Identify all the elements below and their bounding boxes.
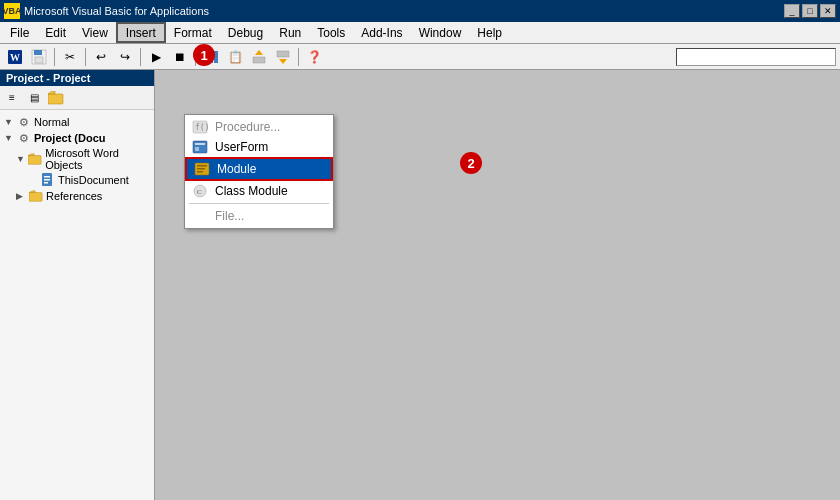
svg-marker-11 <box>279 59 287 64</box>
expand-thisdocument <box>28 175 38 185</box>
svg-rect-19 <box>44 182 48 184</box>
svg-rect-29 <box>197 168 205 170</box>
svg-rect-30 <box>197 171 203 173</box>
toolbar-search-input[interactable] <box>676 48 836 66</box>
svg-rect-7 <box>214 51 218 63</box>
svg-marker-9 <box>255 50 263 55</box>
gear-icon-project: ⚙ <box>17 131 31 145</box>
toolbar-chart-button[interactable] <box>200 47 222 67</box>
module-label: Module <box>217 162 256 176</box>
toolbar-save-button[interactable] <box>28 47 50 67</box>
tree-label-thisdocument: ThisDocument <box>58 174 129 186</box>
step-2-label: 2 <box>460 152 482 174</box>
file-label: File... <box>215 209 244 223</box>
menu-insert[interactable]: Insert <box>116 22 166 43</box>
svg-rect-14 <box>28 155 41 164</box>
tree-label-references: References <box>46 190 102 202</box>
sidebar-toolbar: ≡ ▤ <box>0 86 154 110</box>
maximize-button[interactable]: □ <box>802 4 818 18</box>
menu-addins[interactable]: Add-Ins <box>353 22 410 43</box>
svg-text:f(): f() <box>195 123 208 132</box>
tree-label-word-objects: Microsoft Word Objects <box>45 147 150 171</box>
userform-icon <box>191 139 209 155</box>
svg-rect-4 <box>35 57 43 63</box>
svg-rect-12 <box>48 94 63 104</box>
toolbar-word-icon[interactable]: W <box>4 47 26 67</box>
svg-rect-20 <box>29 192 42 201</box>
menu-debug[interactable]: Debug <box>220 22 271 43</box>
svg-rect-8 <box>253 57 265 63</box>
expand-word-objects[interactable]: ▼ <box>16 154 25 164</box>
menu-item-classmodule[interactable]: C Class Module <box>185 181 333 201</box>
app-icon: VBA <box>4 3 20 19</box>
sidebar-list-btn[interactable]: ▤ <box>24 89 44 107</box>
window-title: Microsoft Visual Basic for Applications <box>24 5 209 17</box>
menu-bar: File Edit View Insert Format Debug Run T… <box>0 22 840 44</box>
project-tree: ▼ ⚙ Normal ▼ ⚙ Project (Docu ▼ Microsoft… <box>0 110 154 500</box>
menu-run[interactable]: Run <box>271 22 309 43</box>
menu-view[interactable]: View <box>74 22 116 43</box>
svg-text:W: W <box>10 52 20 63</box>
gear-icon-normal: ⚙ <box>17 115 31 129</box>
procedure-icon: f() <box>191 119 209 135</box>
tree-label-project: Project (Docu <box>34 132 106 144</box>
menu-item-userform[interactable]: UserForm <box>185 137 333 157</box>
project-panel: Project - Project ≡ ▤ ▼ ⚙ Normal ▼ ⚙ Pro… <box>0 70 155 500</box>
menu-window[interactable]: Window <box>411 22 470 43</box>
module-icon <box>193 161 211 177</box>
main-area: Project - Project ≡ ▤ ▼ ⚙ Normal ▼ ⚙ Pro… <box>0 70 840 500</box>
toolbar-sep-5 <box>298 48 299 66</box>
project-panel-title: Project - Project <box>0 70 154 86</box>
menu-item-module[interactable]: Module <box>185 157 333 181</box>
svg-rect-10 <box>277 51 289 57</box>
title-bar: VBA Microsoft Visual Basic for Applicati… <box>0 0 840 22</box>
menu-help[interactable]: Help <box>469 22 510 43</box>
insert-dropdown-menu[interactable]: f() Procedure... UserForm Module <box>184 114 334 229</box>
toolbar-cut-button[interactable]: ✂ <box>59 47 81 67</box>
toolbar-export-button[interactable] <box>248 47 270 67</box>
toolbar-clipboard-button[interactable]: 📋 <box>224 47 246 67</box>
menu-item-file[interactable]: File... <box>185 206 333 226</box>
tree-item-thisdocument[interactable]: ThisDocument <box>0 172 154 188</box>
file-icon <box>191 208 209 224</box>
toolbar-undo-button[interactable]: ↩ <box>90 47 112 67</box>
svg-marker-15 <box>28 153 34 155</box>
expand-project[interactable]: ▼ <box>4 133 14 143</box>
classmodule-label: Class Module <box>215 184 288 198</box>
classmodule-icon: C <box>191 183 209 199</box>
toolbar-import-button[interactable] <box>272 47 294 67</box>
toolbar: W ✂ ↩ ↪ ▶ ⏹ 📋 ❓ <box>0 44 840 70</box>
expand-normal[interactable]: ▼ <box>4 117 14 127</box>
content-area: 1 f() Procedure... UserForm <box>155 70 840 500</box>
menu-item-procedure[interactable]: f() Procedure... <box>185 117 333 137</box>
tree-item-references[interactable]: ▶ References <box>0 188 154 204</box>
procedure-label: Procedure... <box>215 120 280 134</box>
expand-references[interactable]: ▶ <box>16 191 26 201</box>
minimize-button[interactable]: _ <box>784 4 800 18</box>
insert-menu-overlay: f() Procedure... UserForm Module <box>155 70 840 500</box>
tree-item-project[interactable]: ▼ ⚙ Project (Docu <box>0 130 154 146</box>
menu-file[interactable]: File <box>2 22 37 43</box>
sidebar-folder-btn[interactable] <box>46 89 66 107</box>
sidebar-view-btn[interactable]: ≡ <box>2 89 22 107</box>
tree-item-normal[interactable]: ▼ ⚙ Normal <box>0 114 154 130</box>
menu-tools[interactable]: Tools <box>309 22 353 43</box>
userform-label: UserForm <box>215 140 268 154</box>
toolbar-help-button[interactable]: ❓ <box>303 47 325 67</box>
toolbar-run-button[interactable]: ▶ <box>145 47 167 67</box>
svg-rect-26 <box>195 147 199 151</box>
insert-menu-separator <box>189 203 329 204</box>
tree-label-normal: Normal <box>34 116 69 128</box>
svg-text:C: C <box>197 188 202 196</box>
menu-edit[interactable]: Edit <box>37 22 74 43</box>
tree-item-word-objects[interactable]: ▼ Microsoft Word Objects <box>0 146 154 172</box>
svg-rect-17 <box>44 176 50 178</box>
toolbar-sep-4 <box>195 48 196 66</box>
menu-format[interactable]: Format <box>166 22 220 43</box>
svg-rect-28 <box>197 165 207 167</box>
svg-rect-25 <box>195 143 205 145</box>
close-button[interactable]: ✕ <box>820 4 836 18</box>
toolbar-redo-button[interactable]: ↪ <box>114 47 136 67</box>
toolbar-sep-2 <box>85 48 86 66</box>
toolbar-stop-button[interactable]: ⏹ <box>169 47 191 67</box>
